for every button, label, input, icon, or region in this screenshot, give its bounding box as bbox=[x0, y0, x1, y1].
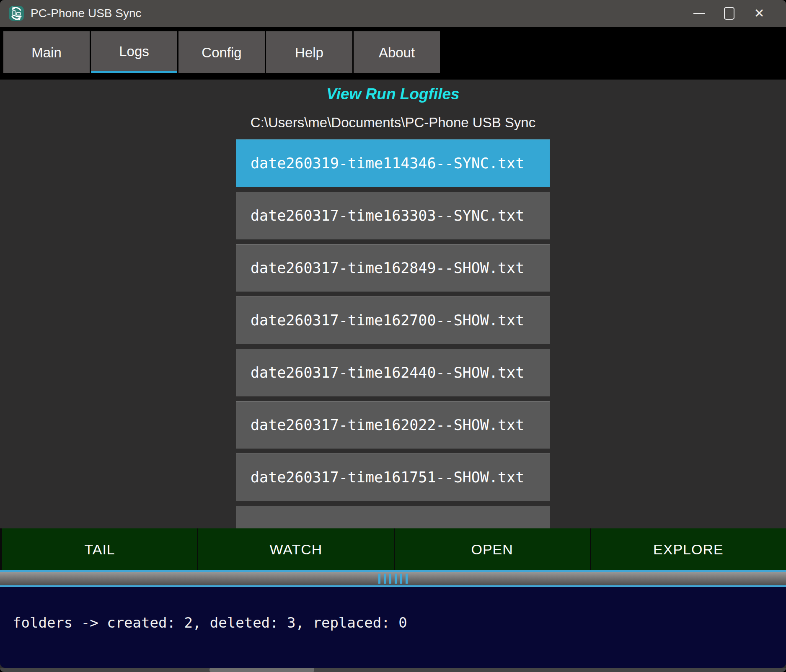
open-button[interactable]: OPEN bbox=[395, 528, 590, 570]
app-window: PC-Phone USB Sync ✕ Main Logs Config Hel… bbox=[0, 0, 786, 672]
page-title: View Run Logfiles bbox=[326, 85, 459, 103]
logfile-list: date260319-time114346--SYNC.txt date2603… bbox=[236, 139, 550, 528]
tab-main[interactable]: Main bbox=[3, 31, 90, 73]
logfile-item[interactable]: date260317-time162849--SHOW.txt bbox=[236, 244, 550, 292]
terminal-output: folders -> created: 2, deleted: 3, repla… bbox=[0, 587, 786, 668]
logfile-item[interactable]: date260317-time161751--SHOW.txt bbox=[236, 453, 550, 501]
action-button-row: TAIL WATCH OPEN EXPLORE bbox=[0, 528, 786, 570]
titlebar: PC-Phone USB Sync ✕ bbox=[0, 0, 786, 27]
maximize-icon bbox=[724, 7, 734, 20]
app-sync-icon bbox=[8, 5, 24, 21]
watch-button[interactable]: WATCH bbox=[198, 528, 393, 570]
logfile-folder-path: C:\Users\me\Documents\PC-Phone USB Sync bbox=[251, 115, 535, 131]
minimize-button[interactable] bbox=[684, 3, 714, 23]
tab-logs[interactable]: Logs bbox=[91, 31, 177, 73]
sash-grip-tick bbox=[406, 574, 408, 584]
sash-grip-tick bbox=[389, 574, 391, 584]
maximize-button[interactable] bbox=[714, 3, 744, 23]
window-controls: ✕ bbox=[684, 3, 774, 23]
close-icon: ✕ bbox=[754, 7, 764, 20]
horizontal-scrollbar[interactable] bbox=[0, 668, 786, 672]
sash-grip-tick bbox=[400, 574, 402, 584]
tab-about[interactable]: About bbox=[354, 31, 440, 73]
sash-grip-tick bbox=[395, 574, 397, 584]
close-button[interactable]: ✕ bbox=[744, 3, 774, 23]
minimize-icon bbox=[693, 13, 705, 14]
tab-help[interactable]: Help bbox=[266, 31, 352, 73]
logfile-item-partial[interactable] bbox=[236, 506, 550, 528]
explore-button[interactable]: EXPLORE bbox=[591, 528, 786, 570]
sash-grip-tick bbox=[378, 574, 380, 584]
splitter-sash[interactable] bbox=[0, 572, 786, 585]
sash-grip-tick bbox=[384, 574, 386, 584]
terminal-line: folders -> created: 2, deleted: 3, repla… bbox=[13, 613, 786, 632]
tab-bar: Main Logs Config Help About bbox=[0, 27, 786, 80]
logfile-item[interactable]: date260317-time163303--SYNC.txt bbox=[236, 192, 550, 239]
logfile-item[interactable]: date260317-time162700--SHOW.txt bbox=[236, 296, 550, 344]
logfile-item[interactable]: date260317-time162022--SHOW.txt bbox=[236, 401, 550, 449]
window-title: PC-Phone USB Sync bbox=[31, 7, 142, 20]
logs-panel: View Run Logfiles C:\Users\me\Documents\… bbox=[0, 80, 786, 528]
tab-config[interactable]: Config bbox=[178, 31, 265, 73]
logfile-item[interactable]: date260319-time114346--SYNC.txt bbox=[236, 139, 550, 187]
logfile-item[interactable]: date260317-time162440--SHOW.txt bbox=[236, 349, 550, 397]
tail-button[interactable]: TAIL bbox=[2, 528, 197, 570]
scrollbar-thumb[interactable] bbox=[209, 668, 314, 672]
